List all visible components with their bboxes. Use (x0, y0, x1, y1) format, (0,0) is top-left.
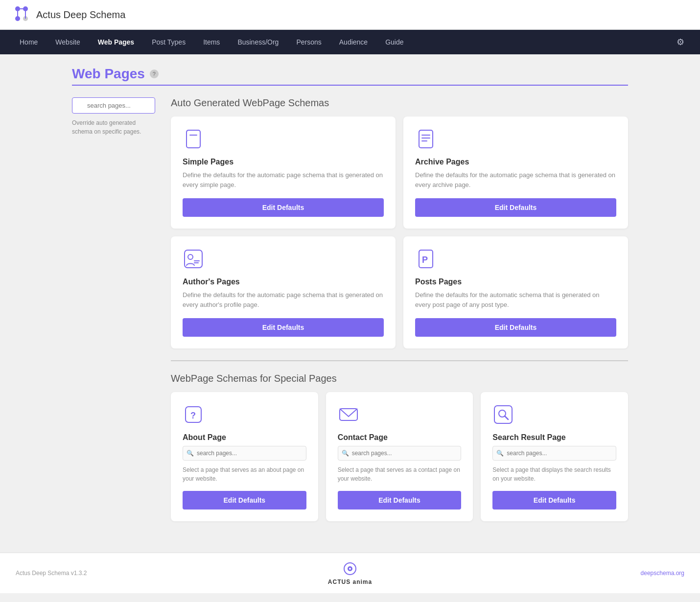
simple-pages-title: Simple Pages (183, 158, 384, 166)
nav-website[interactable]: Website (47, 31, 88, 53)
footer: Actus Deep Schema v1.3.2 ACTUS anima dee… (0, 553, 700, 593)
app-title: Actus Deep Schema (36, 9, 125, 21)
svg-point-24 (349, 568, 351, 570)
nav-audience[interactable]: Audience (331, 31, 375, 53)
contact-search-wrapper: 🔍 (338, 446, 462, 461)
auto-section-title: Auto Generated WebPage Schemas (171, 97, 628, 109)
posts-pages-edit-button[interactable]: Edit Defaults (415, 318, 616, 337)
nav-web-pages[interactable]: Web Pages (90, 31, 142, 53)
footer-website: deepschema.org (462, 570, 684, 577)
authors-pages-edit-button[interactable]: Edit Defaults (183, 318, 384, 337)
nav-home[interactable]: Home (12, 31, 46, 53)
top-header: Actus Deep Schema (0, 0, 700, 30)
footer-center: ACTUS anima (238, 561, 461, 585)
about-page-title: About Page (183, 433, 306, 442)
section-divider (171, 360, 628, 361)
logo-icon (12, 5, 31, 24)
contact-page-title: Contact Page (338, 433, 462, 442)
simple-pages-icon (183, 128, 204, 150)
contact-page-card: Contact Page 🔍 Select a page that serves… (326, 392, 473, 521)
archive-pages-icon (415, 128, 437, 150)
search-wrapper: 🔍 (72, 97, 155, 114)
posts-pages-icon: P (415, 248, 437, 270)
simple-pages-card: Simple Pages Define the defaults for the… (171, 116, 396, 229)
search-result-search-input[interactable] (492, 446, 616, 461)
simple-pages-edit-button[interactable]: Edit Defaults (183, 198, 384, 217)
about-page-edit-button[interactable]: Edit Defaults (183, 491, 306, 509)
nav-persons[interactable]: Persons (288, 31, 329, 53)
archive-pages-edit-button[interactable]: Edit Defaults (415, 198, 616, 217)
svg-rect-19 (494, 406, 512, 423)
footer-logo-icon (342, 561, 358, 577)
search-result-page-edit-button[interactable]: Edit Defaults (492, 491, 616, 509)
svg-line-21 (505, 416, 508, 419)
nav-business-org[interactable]: Business/Org (230, 31, 286, 53)
search-result-select-desc: Select a page that displays the search r… (492, 465, 616, 483)
footer-brand: ACTUS anima (328, 579, 372, 585)
posts-pages-card: P Posts Pages Define the defaults for th… (403, 236, 628, 348)
contact-search-icon: 🔍 (342, 450, 349, 457)
nav-post-types[interactable]: Post Types (144, 31, 193, 53)
page-title: Web Pages (72, 66, 145, 82)
settings-icon[interactable]: ⚙ (673, 30, 688, 54)
nav-bar: Home Website Web Pages Post Types Items … (0, 30, 700, 54)
sidebar-description: Override auto generated schema on specif… (72, 118, 155, 136)
svg-point-13 (188, 255, 193, 259)
main-layout: 🔍 Override auto generated schema on spec… (72, 97, 628, 521)
search-result-page-card: Search Result Page 🔍 Select a page that … (481, 392, 628, 521)
title-divider (72, 85, 628, 86)
footer-version: Actus Deep Schema v1.3.2 (16, 570, 238, 577)
svg-rect-8 (419, 130, 433, 148)
svg-rect-12 (185, 250, 202, 268)
svg-text:?: ? (190, 411, 196, 420)
authors-pages-desc: Define the defaults for the automatic pa… (183, 290, 384, 309)
about-search-icon: 🔍 (187, 450, 194, 457)
contact-page-edit-button[interactable]: Edit Defaults (338, 491, 462, 509)
logo-area: Actus Deep Schema (12, 5, 125, 24)
posts-pages-desc: Define the defaults for the automatic sc… (415, 290, 616, 309)
contact-search-input[interactable] (338, 446, 462, 461)
posts-pages-title: Posts Pages (415, 278, 616, 286)
authors-pages-card: Author's Pages Define the defaults for t… (171, 236, 396, 348)
about-search-wrapper: 🔍 (183, 446, 306, 461)
search-result-search-wrapper: 🔍 (492, 446, 616, 461)
archive-pages-desc: Define the defaults for the automatic pa… (415, 170, 616, 189)
archive-pages-title: Archive Pages (415, 158, 616, 166)
about-select-desc: Select a page that serves as an about pa… (183, 465, 306, 483)
nav-guide[interactable]: Guide (377, 31, 411, 53)
about-page-card: ? About Page 🔍 Select a page that serves… (171, 392, 318, 521)
svg-text:P: P (422, 255, 428, 265)
page-title-row: Web Pages ? (72, 66, 628, 82)
authors-pages-title: Author's Pages (183, 278, 384, 286)
content-area: Auto Generated WebPage Schemas Simple Pa… (171, 97, 628, 521)
search-result-search-icon: 🔍 (496, 450, 504, 457)
svg-rect-7 (187, 130, 200, 148)
search-result-page-icon (492, 404, 514, 425)
authors-pages-icon (183, 248, 204, 270)
archive-pages-card: Archive Pages Define the defaults for th… (403, 116, 628, 229)
simple-pages-desc: Define the defaults for the automatic pa… (183, 170, 384, 189)
search-result-page-title: Search Result Page (492, 433, 616, 442)
special-cards-grid: ? About Page 🔍 Select a page that serves… (171, 392, 628, 521)
about-page-icon: ? (183, 404, 204, 425)
nav-items[interactable]: Items (195, 31, 228, 53)
sidebar: 🔍 Override auto generated schema on spec… (72, 97, 155, 521)
contact-select-desc: Select a page that serves as a contact p… (338, 465, 462, 483)
about-search-input[interactable] (183, 446, 306, 461)
sidebar-search-input[interactable] (72, 97, 155, 114)
special-section-title: WebPage Schemas for Special Pages (171, 373, 628, 384)
auto-cards-grid: Simple Pages Define the defaults for the… (171, 116, 628, 348)
contact-page-icon (338, 404, 359, 425)
help-icon[interactable]: ? (150, 69, 159, 78)
page-content: Web Pages ? 🔍 Override auto generated sc… (56, 54, 644, 533)
